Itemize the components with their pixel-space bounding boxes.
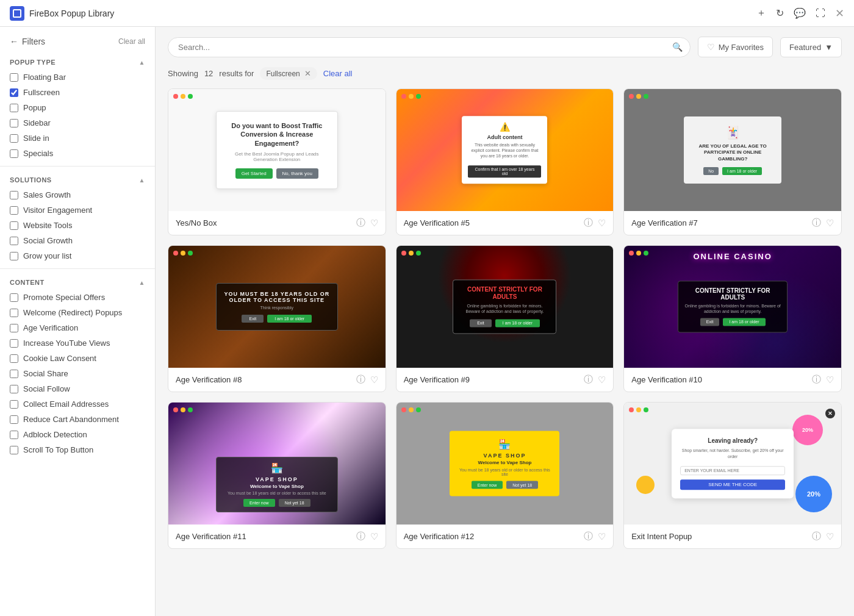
- dot-yellow-6: [636, 251, 641, 256]
- card-vape1[interactable]: 🏪 VAPE SHOP Welcome to Vape Shop You mus…: [168, 402, 386, 549]
- main-layout: ← Filters Clear all POPUP TYPE ▲ Floatin…: [0, 27, 854, 616]
- age8-no-button[interactable]: Exit: [242, 315, 264, 323]
- card-actions-vape1: ⓘ ♡: [356, 531, 378, 542]
- age9-no-button[interactable]: Exit: [470, 320, 492, 328]
- age7-yes-button[interactable]: I am 18 or older: [722, 167, 762, 175]
- app-title: FireBox Popup Library: [29, 9, 114, 18]
- filter-tag-label: Fullscreen: [266, 70, 300, 78]
- vape2-sub: You must be 18 years old or older to acc…: [457, 468, 552, 476]
- card-age10[interactable]: ONLINE CASINO CONTENT STRICTLY FOR ADULT…: [623, 245, 842, 392]
- card-title-leaving: Exit Intent Popup: [631, 532, 692, 541]
- age7-cards-icon: 🃏: [692, 125, 773, 140]
- favorite-icon-2[interactable]: ♡: [598, 218, 606, 229]
- vape1-enter-button[interactable]: Enter now: [243, 499, 275, 507]
- info-icon-1[interactable]: ⓘ: [356, 217, 365, 229]
- filter-tag-remove[interactable]: ✕: [304, 69, 311, 78]
- info-icon-4[interactable]: ⓘ: [356, 374, 365, 385]
- info-icon-5[interactable]: ⓘ: [584, 374, 593, 385]
- chat-icon[interactable]: 💬: [794, 7, 806, 19]
- social-follow-label: Social Follow: [23, 384, 70, 393]
- card-age5[interactable]: ⚠️ Adult content This website deals with…: [396, 88, 614, 235]
- card-leaving[interactable]: 20% ✕ Leaving already? Shop smarter, not…: [623, 402, 842, 549]
- refresh-icon[interactable]: ↻: [776, 7, 784, 19]
- app-icon: [10, 6, 24, 21]
- expand-icon[interactable]: ⛶: [816, 8, 825, 19]
- card-age9[interactable]: CONTENT STRICTLY FOR ADULTS Online gambl…: [396, 245, 614, 392]
- card-title-age10: Age Verification #10: [631, 375, 702, 384]
- card-vape2[interactable]: 🏪 VAPE SHOP Welcome to Vape Shop You mus…: [396, 402, 614, 549]
- card-age8[interactable]: YOU MUST BE 18 YEARS OLD OR OLDER TO ACC…: [168, 245, 386, 392]
- age10-buttons: Exit I am 18 or older: [684, 318, 781, 326]
- checkbox-promote-special[interactable]: Promote Special Offers: [0, 290, 155, 305]
- my-favorites-button[interactable]: ♡ My Favorites: [698, 37, 773, 57]
- info-icon-9[interactable]: ⓘ: [812, 531, 821, 542]
- checkbox-welcome-redirect[interactable]: Welcome (Redirect) Popups: [0, 305, 155, 320]
- vape2-no-button[interactable]: Not yet 18: [506, 481, 538, 489]
- clear-all-link[interactable]: Clear all: [118, 37, 145, 46]
- favorite-icon-1[interactable]: ♡: [370, 218, 378, 229]
- favorite-icon-3[interactable]: ♡: [826, 218, 834, 229]
- checkbox-specials[interactable]: Specials: [0, 146, 155, 161]
- favorite-icon-6[interactable]: ♡: [826, 374, 834, 385]
- info-icon-6[interactable]: ⓘ: [812, 374, 821, 385]
- age10-yes-button[interactable]: I am 18 or older: [723, 318, 765, 326]
- featured-button[interactable]: Featured ▼: [780, 37, 842, 57]
- close-button[interactable]: ✕: [835, 7, 844, 20]
- vape2-enter-button[interactable]: Enter now: [472, 481, 503, 489]
- checkbox-collect-email[interactable]: Collect Email Addresses: [0, 396, 155, 412]
- favorite-icon-4[interactable]: ♡: [370, 374, 378, 385]
- checkbox-fullscreen[interactable]: Fullscreen: [0, 85, 155, 100]
- card-actions-age10: ⓘ ♡: [812, 374, 834, 385]
- leaving-email-input[interactable]: [680, 466, 785, 475]
- vape2-buttons: Enter now Not yet 18: [457, 481, 552, 489]
- filter-arrow-icon: ←: [10, 37, 18, 46]
- checkbox-reduce-cart[interactable]: Reduce Cart Abandonment: [0, 412, 155, 427]
- checkbox-social-follow[interactable]: Social Follow: [0, 381, 155, 396]
- favorite-icon-5[interactable]: ♡: [598, 374, 606, 385]
- add-icon[interactable]: ＋: [756, 7, 766, 20]
- clear-all-results[interactable]: Clear all: [323, 69, 353, 78]
- favorite-icon-7[interactable]: ♡: [370, 531, 378, 542]
- vape1-no-button[interactable]: Not yet 18: [279, 499, 310, 507]
- yes-button[interactable]: Get Started: [235, 168, 273, 179]
- checkbox-social-growth[interactable]: Social Growth: [0, 233, 155, 248]
- checkbox-popup[interactable]: Popup: [0, 100, 155, 115]
- dot-green-9: [644, 407, 648, 412]
- checkbox-sidebar[interactable]: Sidebar: [0, 115, 155, 131]
- checkbox-grow-list[interactable]: Grow your list: [0, 248, 155, 263]
- card-age7[interactable]: 🃏 ARE YOU OF LEGAL AGE TO PARTICIPATE IN…: [623, 88, 842, 235]
- checkbox-adblock[interactable]: Adblock Detection: [0, 427, 155, 442]
- vape1-sub: You must be 18 years old or older to acc…: [224, 491, 330, 495]
- leaving-submit-button[interactable]: SEND ME THE CODE: [680, 479, 785, 490]
- info-icon-2[interactable]: ⓘ: [584, 217, 593, 229]
- card-yesno[interactable]: Do you want to Boost Traffic Conversion …: [168, 88, 386, 235]
- age10-title: CONTENT STRICTLY FOR ADULTS: [684, 287, 781, 301]
- age10-no-button[interactable]: Exit: [700, 318, 720, 326]
- age9-yes-button[interactable]: I am 18 or older: [495, 320, 540, 328]
- age8-yes-button[interactable]: I am 18 or older: [267, 315, 312, 323]
- checkbox-age-verification[interactable]: Age Verification: [0, 320, 155, 335]
- checkbox-visitor-engagement[interactable]: Visitor Engagement: [0, 202, 155, 218]
- info-icon-3[interactable]: ⓘ: [812, 217, 821, 229]
- age5-confirm-button[interactable]: Confirm that I am over 18 years old: [468, 166, 541, 178]
- info-icon-8[interactable]: ⓘ: [584, 531, 593, 542]
- checkbox-slide-in[interactable]: Slide in: [0, 131, 155, 146]
- preview-dots-3: [629, 94, 648, 99]
- checkbox-youtube[interactable]: Increase YouTube Views: [0, 335, 155, 351]
- favorite-icon-8[interactable]: ♡: [598, 531, 606, 542]
- checkbox-sales-growth[interactable]: Sales Growth: [0, 187, 155, 202]
- titlebar: FireBox Popup Library ＋ ↻ 💬 ⛶ ✕: [0, 0, 854, 27]
- vape1-popup: 🏪 VAPE SHOP Welcome to Vape Shop You mus…: [216, 457, 338, 512]
- search-input[interactable]: [168, 38, 672, 57]
- age9-popup: CONTENT STRICTLY FOR ADULTS Online gambl…: [453, 279, 556, 334]
- checkbox-website-tools[interactable]: Website Tools: [0, 218, 155, 233]
- age7-no-button[interactable]: No: [703, 167, 719, 175]
- results-count: 12: [204, 69, 213, 78]
- checkbox-scroll-top[interactable]: Scroll To Top Button: [0, 442, 155, 457]
- favorite-icon-9[interactable]: ♡: [826, 531, 834, 542]
- checkbox-floating-bar[interactable]: Floating Bar: [0, 70, 155, 85]
- checkbox-social-share[interactable]: Social Share: [0, 366, 155, 381]
- info-icon-7[interactable]: ⓘ: [356, 531, 365, 542]
- no-button[interactable]: No, thank you: [276, 168, 318, 179]
- checkbox-cookie-law[interactable]: Cookie Law Consent: [0, 351, 155, 366]
